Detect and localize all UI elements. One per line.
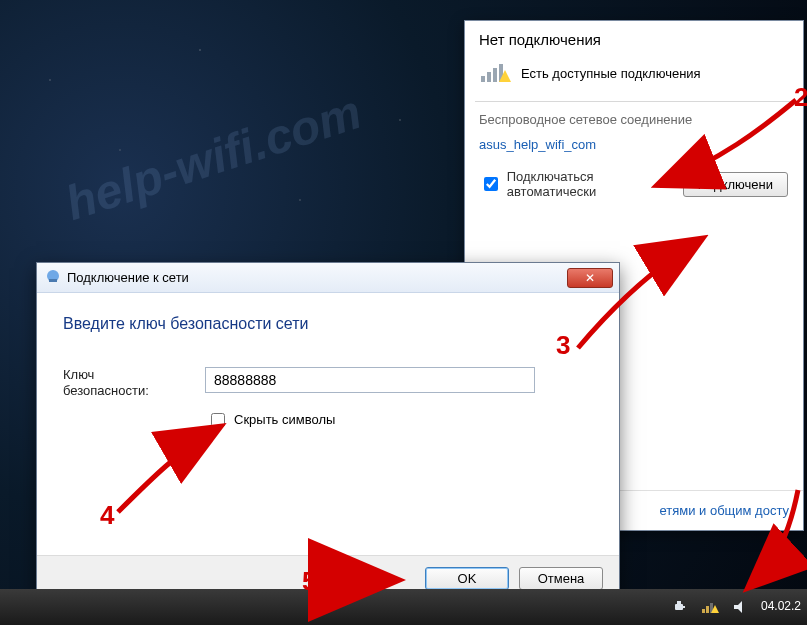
svg-rect-2 <box>493 68 497 82</box>
network-name[interactable]: asus_help_wifi_com <box>465 135 803 158</box>
volume-icon[interactable] <box>731 598 749 616</box>
svg-marker-14 <box>734 601 742 613</box>
dialog-title-text: Подключение к сети <box>67 270 189 285</box>
svg-rect-11 <box>706 606 709 613</box>
connection-status-text: Есть доступные подключения <box>521 66 701 81</box>
connect-button[interactable]: Подключени <box>683 172 788 197</box>
taskbar-date[interactable]: 04.02.2 <box>761 600 801 614</box>
svg-rect-8 <box>683 606 685 608</box>
auto-connect-checkbox[interactable]: Подключаться автоматически <box>480 169 683 199</box>
dialog-heading: Введите ключ безопасности сети <box>63 315 593 333</box>
separator <box>475 101 793 102</box>
signal-warning-icon <box>479 60 511 87</box>
auto-connect-label: Подключаться автоматически <box>507 169 683 199</box>
hide-chars-label: Скрыть символы <box>234 412 335 427</box>
network-tray-icon[interactable] <box>701 598 719 616</box>
svg-rect-0 <box>481 76 485 82</box>
popup-title: Нет подключения <box>465 21 803 52</box>
taskbar: 04.02.2 <box>0 589 807 625</box>
close-button[interactable]: ✕ <box>567 268 613 288</box>
hide-chars-checkbox[interactable]: Скрыть символы <box>207 410 593 430</box>
svg-rect-10 <box>702 609 705 613</box>
annotation-number-4: 4 <box>100 500 114 531</box>
svg-rect-9 <box>677 601 681 604</box>
cancel-button[interactable]: Отмена <box>519 567 603 590</box>
wireless-section-label: Беспроводное сетевое соединение <box>465 108 803 135</box>
annotation-number-5: 5 <box>302 566 316 597</box>
dialog-titlebar: Подключение к сети ✕ <box>37 263 619 293</box>
svg-rect-6 <box>49 279 57 282</box>
dialog-icon <box>45 268 61 287</box>
auto-connect-input[interactable] <box>484 177 498 191</box>
ok-button[interactable]: OK <box>425 567 509 590</box>
security-key-input[interactable] <box>205 367 535 393</box>
connection-status-row: Есть доступные подключения <box>465 52 803 101</box>
security-key-dialog: Подключение к сети ✕ Введите ключ безопа… <box>36 262 620 602</box>
security-key-label: Ключ безопасности: <box>63 367 183 400</box>
hide-chars-input[interactable] <box>211 413 225 427</box>
svg-rect-1 <box>487 72 491 82</box>
annotation-number-2: 2 <box>794 82 807 113</box>
power-icon[interactable] <box>671 598 689 616</box>
watermark: help-wifi.com <box>59 84 368 231</box>
network-connect-row: Подключаться автоматически Подключени <box>465 158 803 210</box>
svg-rect-7 <box>675 604 683 610</box>
annotation-number-3: 3 <box>556 330 570 361</box>
